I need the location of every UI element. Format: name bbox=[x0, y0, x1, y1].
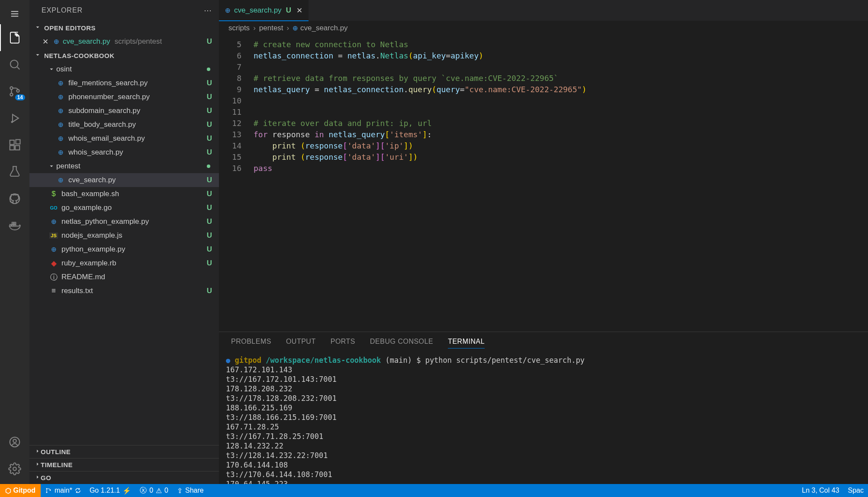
git-status-badge: U bbox=[207, 106, 212, 115]
file-name: nodejs_example.js bbox=[61, 231, 122, 240]
svg-rect-5 bbox=[10, 140, 14, 145]
extensions-icon[interactable] bbox=[0, 132, 29, 158]
terminal-line: 170.64.145.223 bbox=[226, 479, 861, 484]
sidebar: EXPLORER ⋯ OPEN EDITORS ✕ ⊕ cve_search.p… bbox=[29, 0, 219, 484]
file-item[interactable]: ⊕whois_search.pyU bbox=[29, 145, 219, 159]
file-item[interactable]: ⊕subdomain_search.pyU bbox=[29, 104, 219, 118]
folder-osint[interactable]: osint bbox=[29, 62, 219, 76]
terminal[interactable]: ● gitpod /workspace/netlas-cookbook (mai… bbox=[219, 351, 868, 484]
tab-ports[interactable]: PORTS bbox=[331, 338, 355, 345]
file-item[interactable]: ⊕cve_search.pyU bbox=[29, 173, 219, 187]
status-gitpod[interactable]: ⬡ Gitpod bbox=[0, 484, 41, 497]
error-icon: ⓧ bbox=[140, 486, 147, 495]
python-icon: ⊕ bbox=[225, 6, 231, 14]
close-icon[interactable]: ✕ bbox=[42, 37, 54, 46]
file-item[interactable]: ◆ruby_example.rbU bbox=[29, 256, 219, 270]
status-share[interactable]: ⇪ Share bbox=[173, 487, 208, 495]
folder-pentest[interactable]: pentest bbox=[29, 159, 219, 173]
file-name: phonenumber_search.py bbox=[68, 93, 150, 101]
file-name: ruby_example.rb bbox=[61, 259, 116, 268]
git-status-badge: U bbox=[207, 203, 212, 212]
terminal-line: 178.128.208.232 bbox=[226, 384, 861, 394]
code-editor[interactable]: 5678910111213141516 # create new connect… bbox=[219, 36, 868, 332]
svg-rect-13 bbox=[12, 223, 14, 224]
section-go[interactable]: GO bbox=[29, 471, 219, 484]
tab-output[interactable]: OUTPUT bbox=[286, 338, 316, 345]
gitpod-icon: ⬡ bbox=[5, 487, 11, 495]
git-status-badge: U bbox=[207, 148, 212, 157]
file-item[interactable]: ⊕netlas_python_example.pyU bbox=[29, 215, 219, 229]
section-timeline[interactable]: TIMELINE bbox=[29, 458, 219, 471]
status-cursor[interactable]: Ln 3, Col 43 bbox=[797, 487, 843, 494]
close-icon[interactable]: ✕ bbox=[296, 6, 302, 15]
file-item[interactable]: ⓘREADME.md bbox=[29, 270, 219, 284]
section-outline[interactable]: OUTLINE bbox=[29, 445, 219, 458]
file-item[interactable]: ⊕python_example.pyU bbox=[29, 242, 219, 256]
tab-debug-console[interactable]: DEBUG CONSOLE bbox=[370, 338, 433, 345]
file-name: whois_email_search.py bbox=[68, 134, 145, 143]
status-problems[interactable]: ⓧ0 ⚠0 bbox=[135, 486, 173, 495]
menu-toggle[interactable] bbox=[0, 3, 29, 24]
search-icon[interactable] bbox=[0, 51, 29, 78]
bottom-panel: PROBLEMS OUTPUT PORTS DEBUG CONSOLE TERM… bbox=[219, 332, 868, 484]
git-status-badge: U bbox=[207, 134, 212, 143]
terminal-line: t3://128.14.232.22:7001 bbox=[226, 451, 861, 460]
svg-point-18 bbox=[46, 488, 48, 490]
share-icon: ⇪ bbox=[177, 487, 183, 495]
test-icon[interactable] bbox=[0, 158, 29, 185]
file-item[interactable]: ≡results.txtU bbox=[29, 284, 219, 298]
section-open-editors[interactable]: OPEN EDITORS bbox=[29, 21, 219, 35]
svg-rect-6 bbox=[10, 145, 14, 150]
file-item[interactable]: ⊕phonenumber_search.pyU bbox=[29, 90, 219, 104]
svg-point-1 bbox=[10, 87, 13, 89]
svg-rect-8 bbox=[16, 140, 20, 144]
status-spaces[interactable]: Spac bbox=[844, 487, 868, 494]
debug-icon[interactable] bbox=[0, 105, 29, 132]
file-name: README.md bbox=[61, 273, 105, 281]
breadcrumb[interactable]: scripts › pentest › ⊕ cve_search.py bbox=[219, 21, 868, 36]
svg-point-4 bbox=[12, 122, 13, 123]
status-branch[interactable]: main* bbox=[41, 487, 85, 494]
terminal-line: t3://170.64.144.108:7001 bbox=[226, 470, 861, 479]
git-status-badge: U bbox=[207, 287, 212, 295]
file-name: title_body_search.py bbox=[68, 120, 136, 129]
account-icon[interactable] bbox=[0, 429, 29, 455]
more-icon[interactable]: ⋯ bbox=[204, 6, 212, 15]
git-dot-badge bbox=[207, 68, 210, 71]
lightning-icon: ⚡ bbox=[122, 487, 131, 495]
tab-problems[interactable]: PROBLEMS bbox=[231, 338, 271, 345]
file-item[interactable]: ⊕file_mentions_search.pyU bbox=[29, 76, 219, 90]
git-status-badge: U bbox=[207, 245, 212, 254]
tab-bar: ⊕ cve_search.py U ✕ bbox=[219, 0, 868, 21]
javascript-icon: JS bbox=[49, 232, 58, 239]
source-control-icon[interactable]: 14 bbox=[0, 78, 29, 105]
ruby-icon: ◆ bbox=[49, 259, 58, 268]
open-editor-item[interactable]: ✕ ⊕ cve_search.py scripts/pentest U bbox=[29, 35, 219, 48]
file-item[interactable]: ⊕title_body_search.pyU bbox=[29, 118, 219, 132]
code-content[interactable]: # create new connection to Netlas netlas… bbox=[254, 36, 868, 332]
python-icon: ⊕ bbox=[56, 93, 65, 101]
terminal-line: t3://167.172.101.143:7001 bbox=[226, 374, 861, 384]
file-item[interactable]: JSnodejs_example.jsU bbox=[29, 229, 219, 242]
python-icon: ⊕ bbox=[56, 107, 65, 115]
tab-cve-search[interactable]: ⊕ cve_search.py U ✕ bbox=[219, 0, 309, 21]
file-item[interactable]: $bash_example.shU bbox=[29, 187, 219, 201]
terminal-line: 188.166.215.169 bbox=[226, 403, 861, 413]
settings-icon[interactable] bbox=[0, 455, 29, 482]
file-name: bash_example.sh bbox=[61, 190, 119, 198]
status-go[interactable]: Go 1.21.1 ⚡ bbox=[85, 487, 135, 495]
info-icon: ⓘ bbox=[49, 272, 58, 282]
file-item[interactable]: GOgo_example.goU bbox=[29, 201, 219, 215]
section-workspace[interactable]: NETLAS-COOKBOOK bbox=[29, 48, 219, 62]
file-name: results.txt bbox=[61, 287, 93, 295]
docker-icon[interactable] bbox=[0, 212, 29, 239]
explorer-icon[interactable] bbox=[0, 24, 29, 51]
python-icon: ⊕ bbox=[54, 38, 59, 45]
github-icon[interactable] bbox=[0, 185, 29, 212]
file-name: whois_search.py bbox=[68, 148, 123, 157]
file-item[interactable]: ⊕whois_email_search.pyU bbox=[29, 132, 219, 145]
scm-badge: 14 bbox=[15, 94, 25, 100]
sync-icon bbox=[75, 487, 81, 494]
tab-terminal[interactable]: TERMINAL bbox=[448, 338, 485, 349]
python-icon: ⊕ bbox=[49, 218, 58, 226]
